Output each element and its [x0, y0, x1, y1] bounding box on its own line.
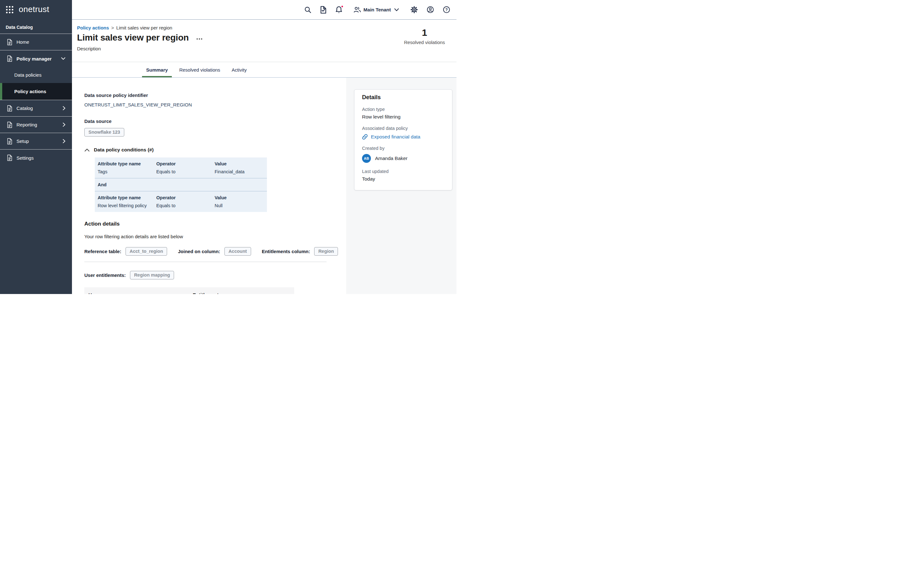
sidebar-item-label: Policy actions — [14, 89, 46, 94]
condition-attribute: Tags — [98, 168, 156, 175]
column-header-user-group: User group — [84, 292, 193, 294]
sidebar: onetrust Data Catalog Home Policy manage… — [0, 0, 72, 294]
svg-text:?: ? — [445, 8, 448, 12]
document-icon — [7, 55, 12, 62]
link-icon — [362, 134, 368, 140]
condition-connector: And — [95, 178, 267, 191]
sidebar-item-policy-manager[interactable]: Policy manager — [0, 50, 72, 67]
summary-panel: Data source policy identifier ONETRUST_L… — [72, 78, 346, 294]
user-entitlements-label: User entitlements: — [84, 273, 126, 278]
tab-summary[interactable]: Summary — [142, 62, 172, 77]
tab-content: Data source policy identifier ONETRUST_L… — [72, 78, 456, 294]
sidebar-item-label: Policy manager — [16, 56, 52, 61]
joined-on-column-chip: Account — [225, 247, 251, 256]
last-updated-value: Today — [362, 176, 444, 182]
avatar: AB — [362, 154, 371, 163]
chevron-right-icon — [62, 106, 66, 111]
identifier-label: Data source policy identifier — [84, 92, 346, 98]
conditions-title: Data policy conditions (#) — [94, 147, 154, 153]
entitlements-column-label: Entitlements column: — [262, 249, 310, 254]
sidebar-group-policy-manager: Policy manager Data policies Policy acti… — [0, 50, 72, 100]
sidebar-item-reporting[interactable]: Reporting — [0, 116, 72, 133]
reference-table-chip: Acct_to_region — [126, 247, 167, 256]
page-header: Policy actions > Limit sales view per re… — [72, 19, 456, 62]
tenant-label: Main Tenant — [364, 7, 391, 12]
conditions-panel: Attribute type name Tags Operator Equals… — [95, 157, 267, 212]
tenant-selector[interactable]: Main Tenant — [353, 6, 399, 13]
document-icon — [7, 105, 12, 111]
conditions-header: Data policy conditions (#) — [84, 147, 346, 153]
users-icon — [353, 6, 361, 13]
sidebar-item-policy-actions[interactable]: Policy actions — [0, 83, 72, 100]
sidebar-item-label: Catalog — [16, 105, 33, 111]
condition-attribute: Row level filtering policy — [98, 202, 156, 209]
data-source-chip: Snowflake 123 — [84, 128, 124, 137]
chevron-right-icon — [62, 122, 66, 127]
condition-col-header: Operator — [156, 161, 215, 167]
sidebar-item-catalog[interactable]: Catalog — [0, 100, 72, 116]
created-by-row: AB Amanda Baker — [362, 154, 444, 163]
gear-icon[interactable] — [411, 6, 418, 13]
tab-activity[interactable]: Activity — [228, 62, 251, 77]
tab-resolved-violations[interactable]: Resolved violations — [175, 62, 224, 77]
sidebar-section-label: Data Catalog — [0, 19, 72, 34]
app-grid-icon[interactable] — [6, 6, 14, 14]
breadcrumb-separator: > — [111, 25, 114, 31]
tab-bar: Summary Resolved violations Activity — [72, 62, 456, 78]
condition-operator: Equals to — [156, 202, 215, 209]
condition-col-header: Value — [215, 194, 267, 201]
breadcrumb-current: Limit sales view per region — [117, 25, 172, 31]
sidebar-item-label: Reporting — [16, 122, 37, 128]
reference-table-label: Reference table: — [84, 249, 121, 254]
logo-row: onetrust — [0, 0, 72, 19]
page-title: Limit sales view per region — [77, 32, 189, 43]
user-entitlements-row: User entitlements: Region mapping — [84, 271, 346, 279]
associated-policy-link-text: Exposed financial data — [371, 134, 420, 140]
resolved-violations-stat: 1 Resolved violations — [402, 27, 447, 45]
joined-on-column-label: Joined on column: — [178, 249, 220, 254]
sidebar-item-home[interactable]: Home — [0, 34, 72, 50]
details-sidebar: Details Action type Row level filtering … — [346, 78, 456, 294]
action-details-title: Action details — [84, 221, 346, 227]
divider — [84, 262, 327, 262]
sidebar-item-settings[interactable]: Settings — [0, 150, 72, 166]
created-by-name: Amanda Baker — [375, 155, 408, 161]
action-type-value: Row level filtering — [362, 114, 444, 120]
associated-policy-link[interactable]: Exposed financial data — [362, 134, 444, 140]
chevron-right-icon — [62, 139, 66, 144]
document-check-icon[interactable] — [320, 6, 327, 14]
column-header-entitlements: Entitlements — [193, 292, 221, 294]
action-type-label: Action type — [362, 107, 444, 112]
document-icon — [7, 122, 12, 128]
action-details-subtitle: Your row filtering action details are li… — [84, 234, 346, 239]
document-icon — [7, 39, 12, 45]
document-icon — [7, 138, 12, 144]
condition-col-header: Attribute type name — [98, 161, 156, 167]
stat-label: Resolved violations — [402, 40, 447, 45]
identifier-value: ONETRUST_LIMIT_SALES_VIEW_PER_REGION — [84, 102, 346, 107]
sidebar-item-label: Data policies — [14, 72, 42, 78]
chevron-down-icon — [61, 57, 66, 60]
sidebar-item-setup[interactable]: Setup — [0, 133, 72, 150]
condition-operator: Equals to — [156, 168, 215, 175]
breadcrumb: Policy actions > Limit sales view per re… — [77, 25, 456, 31]
sidebar-item-label: Settings — [16, 155, 34, 161]
entitlements-table-header: User group Entitlements — [84, 288, 294, 294]
sidebar-item-data-policies[interactable]: Data policies — [0, 67, 72, 83]
help-icon[interactable]: ? — [443, 6, 450, 13]
ellipsis-icon[interactable] — [195, 37, 204, 41]
notifications-bell-icon[interactable] — [335, 6, 342, 14]
search-icon[interactable] — [304, 6, 311, 13]
sidebar-item-label: Setup — [16, 139, 29, 144]
top-bar: Main Tenant — [72, 0, 456, 19]
last-updated-label: Last updated — [362, 169, 444, 174]
brand-wordmark: onetrust — [19, 5, 49, 14]
details-card: Details Action type Row level filtering … — [354, 89, 452, 191]
chevron-up-icon[interactable] — [84, 148, 90, 152]
account-icon[interactable] — [427, 6, 434, 13]
breadcrumb-parent-link[interactable]: Policy actions — [77, 25, 109, 31]
condition-col-header: Value — [215, 161, 267, 167]
action-details-fields: Reference table: Acct_to_region Joined o… — [84, 247, 346, 256]
data-source-label: Data source — [84, 118, 346, 124]
user-entitlements-chip: Region mapping — [130, 271, 174, 279]
